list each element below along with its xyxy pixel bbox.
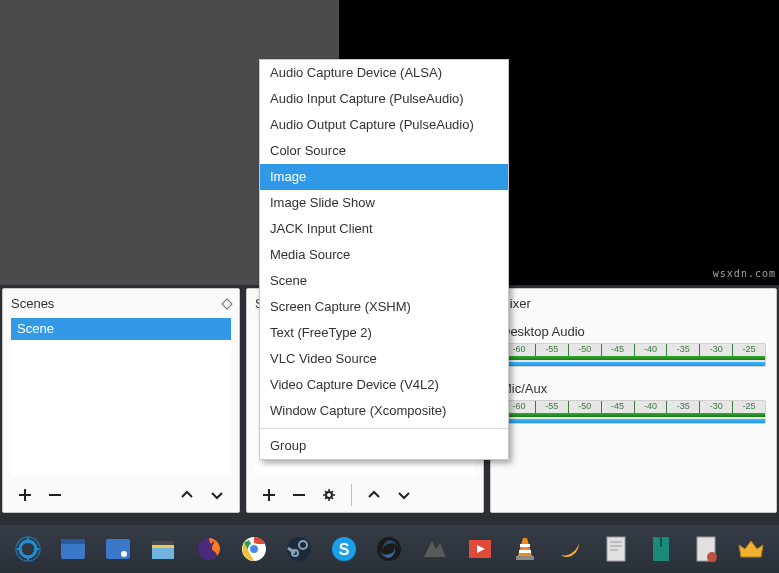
meter-tick: -35	[666, 401, 699, 413]
menu-item[interactable]: Video Capture Device (V4L2)	[260, 372, 508, 398]
svg-text:S: S	[339, 541, 350, 558]
obs-icon[interactable]	[368, 529, 411, 569]
svg-point-0	[326, 492, 332, 498]
menu-item[interactable]: Scene	[260, 268, 508, 294]
panel-detach-icon[interactable]	[221, 298, 232, 309]
remove-source-button[interactable]	[287, 483, 311, 507]
source-up-button[interactable]	[362, 483, 386, 507]
mixer-track: Mic/Aux-60-55-50-45-40-35-30-25	[501, 381, 766, 424]
svg-rect-22	[519, 550, 531, 553]
media-app-icon[interactable]	[458, 529, 501, 569]
menu-item[interactable]: VLC Video Source	[260, 346, 508, 372]
meter-tick: -40	[634, 401, 667, 413]
menu-separator	[260, 428, 508, 429]
menu-item[interactable]: Image	[260, 164, 508, 190]
source-settings-button[interactable]	[317, 483, 341, 507]
svg-rect-23	[516, 556, 534, 560]
meter-tick: -45	[601, 401, 634, 413]
firefox-icon[interactable]	[187, 529, 230, 569]
vlc-icon[interactable]	[504, 529, 547, 569]
add-source-context-menu: Audio Capture Device (ALSA)Audio Input C…	[259, 59, 509, 460]
svg-point-1	[20, 541, 36, 557]
svg-point-13	[249, 544, 259, 554]
svg-rect-9	[152, 545, 174, 548]
book-icon[interactable]	[639, 529, 682, 569]
svg-rect-7	[152, 541, 174, 545]
show-desktop-icon[interactable]	[51, 529, 94, 569]
chrome-icon[interactable]	[232, 529, 275, 569]
file-manager-icon[interactable]	[142, 529, 185, 569]
mixer-track: Desktop Audio-60-55-50-45-40-35-30-25	[501, 324, 766, 367]
meter-tick: -25	[732, 401, 765, 413]
notes-icon[interactable]	[685, 529, 728, 569]
amarok-icon[interactable]	[413, 529, 456, 569]
meter-tick: -25	[732, 344, 765, 356]
scenes-list[interactable]: Scene	[11, 318, 231, 476]
meter-tick: -30	[699, 401, 732, 413]
scenes-title: Scenes	[11, 296, 54, 311]
menu-item[interactable]: Text (FreeType 2)	[260, 320, 508, 346]
menu-item-group[interactable]: Group	[260, 433, 508, 459]
remove-scene-button[interactable]	[43, 483, 67, 507]
meter-tick: -40	[634, 344, 667, 356]
menu-item[interactable]: Audio Input Capture (PulseAudio)	[260, 86, 508, 112]
meter-tick: -45	[601, 344, 634, 356]
track-label: Desktop Audio	[501, 324, 766, 339]
svg-rect-5	[106, 539, 130, 559]
banana-icon[interactable]	[549, 529, 592, 569]
svg-rect-26	[660, 537, 662, 547]
menu-item[interactable]: Screen Capture (XSHM)	[260, 294, 508, 320]
svg-rect-4	[61, 539, 85, 544]
meter-tick: -35	[666, 344, 699, 356]
menu-item[interactable]: Media Source	[260, 242, 508, 268]
meter-tick: -50	[568, 401, 601, 413]
scenes-panel: Scenes Scene	[2, 288, 240, 513]
menu-item[interactable]: Image Slide Show	[260, 190, 508, 216]
meter-tick: -50	[568, 344, 601, 356]
svg-point-28	[707, 552, 717, 562]
skype-icon[interactable]: S	[323, 529, 366, 569]
meter-tick: -55	[535, 344, 568, 356]
list-item[interactable]: Scene	[11, 318, 231, 340]
add-source-button[interactable]	[257, 483, 281, 507]
taskbar: S	[0, 525, 779, 573]
meter-tick: -30	[699, 344, 732, 356]
mixer-panel: Mixer Desktop Audio-60-55-50-45-40-35-30…	[490, 288, 777, 513]
menu-item[interactable]: Window Capture (Xcomposite)	[260, 398, 508, 424]
scene-up-button[interactable]	[175, 483, 199, 507]
svg-point-6	[121, 551, 127, 557]
svg-rect-21	[520, 544, 530, 547]
add-scene-button[interactable]	[13, 483, 37, 507]
track-label: Mic/Aux	[501, 381, 766, 396]
steam-icon[interactable]	[277, 529, 320, 569]
scene-down-button[interactable]	[205, 483, 229, 507]
source-down-button[interactable]	[392, 483, 416, 507]
divider	[351, 484, 352, 506]
watermark: wsxdn.com	[713, 268, 776, 279]
screenshot-icon[interactable]	[96, 529, 139, 569]
meter-tick: -55	[535, 401, 568, 413]
menu-item[interactable]: JACK Input Client	[260, 216, 508, 242]
volume-meter[interactable]: -60-55-50-45-40-35-30-25	[501, 343, 766, 367]
menu-item[interactable]: Color Source	[260, 138, 508, 164]
svg-rect-24	[607, 537, 625, 561]
volume-meter[interactable]: -60-55-50-45-40-35-30-25	[501, 400, 766, 424]
app-launcher-icon[interactable]	[6, 529, 49, 569]
crown-icon[interactable]	[730, 529, 773, 569]
document-icon[interactable]	[594, 529, 637, 569]
menu-item[interactable]: Audio Capture Device (ALSA)	[260, 60, 508, 86]
menu-item[interactable]: Audio Output Capture (PulseAudio)	[260, 112, 508, 138]
